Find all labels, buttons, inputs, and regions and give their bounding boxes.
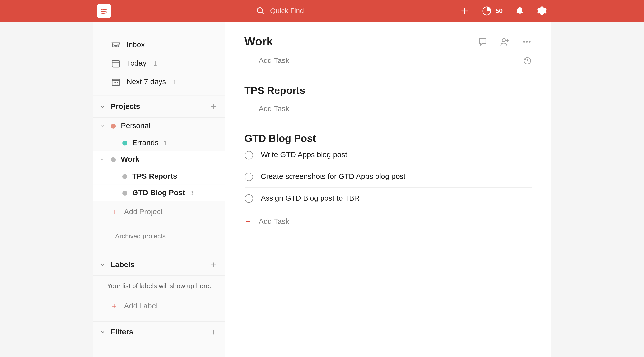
section-title: GTD Blog Post	[244, 133, 532, 145]
plus-icon: +	[111, 302, 118, 311]
project-count: 3	[190, 190, 194, 196]
search[interactable]: Quick Find	[256, 7, 304, 15]
chevron-down-icon	[99, 262, 111, 268]
add-project-button[interactable]: + Add Project	[93, 201, 225, 222]
task-row[interactable]: Write GTD Apps blog post	[244, 145, 532, 166]
task-row[interactable]: Assign GTD Blog post to TBR	[244, 188, 532, 209]
add-label-button[interactable]: + Add Label	[93, 295, 225, 316]
quick-add-button[interactable]	[460, 6, 470, 16]
project-color-dot	[122, 174, 127, 179]
sidebar-project-tps[interactable]: TPS Reports	[93, 168, 225, 185]
sidebar-inbox[interactable]: Inbox	[93, 36, 225, 54]
project-name: Personal	[121, 122, 150, 130]
notifications-button[interactable]	[515, 6, 524, 16]
sidebar-project-errands[interactable]: Errands 1	[93, 134, 225, 151]
add-task-row[interactable]: + Add Task	[244, 217, 532, 226]
chevron-down-icon	[99, 124, 106, 129]
sidebar-today[interactable]: 19 Today 1	[93, 54, 225, 73]
sidebar-today-count: 1	[154, 60, 157, 67]
chevron-down-icon	[99, 104, 111, 110]
section-title: TPS Reports	[244, 85, 532, 96]
karma-score: 50	[496, 7, 503, 14]
task-checkbox[interactable]	[244, 151, 253, 159]
task-checkbox[interactable]	[244, 194, 253, 203]
svg-point-0	[257, 8, 262, 13]
plus-icon: +	[111, 207, 118, 216]
comments-button[interactable]	[478, 37, 488, 46]
sidebar-labels-header[interactable]: Labels	[93, 254, 225, 276]
project-name: TPS Reports	[132, 172, 177, 181]
sidebar-projects-header[interactable]: Projects	[93, 96, 225, 118]
project-color-dot	[111, 157, 116, 162]
inbox-icon	[111, 40, 120, 50]
bell-icon	[515, 6, 524, 16]
project-color-dot	[122, 191, 127, 196]
add-filter-icon[interactable]	[210, 329, 217, 336]
activity-button[interactable]	[523, 56, 532, 65]
app-logo[interactable]	[97, 4, 111, 18]
sidebar-inbox-label: Inbox	[126, 41, 145, 49]
chevron-down-icon	[99, 329, 111, 335]
task-title: Write GTD Apps blog post	[261, 151, 347, 160]
svg-point-26	[526, 41, 528, 43]
plus-icon: +	[244, 217, 252, 226]
main-content: Work + Add Task TPS Reports + Add Task G…	[225, 22, 551, 357]
svg-point-15	[117, 84, 118, 84]
sidebar-filters-header[interactable]: Filters	[93, 321, 225, 343]
project-name: Errands	[132, 138, 158, 147]
project-header: Work	[244, 35, 532, 48]
add-task-label: Add Task	[258, 104, 289, 113]
archived-projects-link[interactable]: Archived projects	[93, 222, 225, 249]
sidebar-project-personal[interactable]: Personal	[93, 118, 225, 134]
add-task-row[interactable]: + Add Task	[244, 104, 532, 113]
sidebar-project-gtd[interactable]: GTD Blog Post 3	[93, 185, 225, 202]
svg-point-11	[115, 82, 116, 83]
task-row[interactable]: Create screenshots for GTD Apps blog pos…	[244, 166, 532, 188]
calendar-week-icon	[111, 77, 120, 87]
sidebar-next7-count: 1	[173, 79, 176, 85]
svg-point-14	[115, 84, 116, 84]
karma-indicator[interactable]: 50	[482, 6, 502, 16]
plus-icon	[460, 6, 470, 16]
calendar-today-icon: 19	[111, 59, 120, 68]
svg-point-10	[114, 82, 114, 83]
share-button[interactable]	[500, 37, 510, 46]
task-checkbox[interactable]	[244, 173, 253, 181]
svg-line-1	[262, 12, 263, 14]
add-task-label: Add Task	[258, 217, 289, 226]
sidebar-labels-label: Labels	[111, 260, 210, 269]
chevron-down-icon	[99, 157, 106, 162]
gear-icon	[537, 6, 547, 16]
project-color-dot	[122, 140, 127, 145]
add-project-label: Add Project	[124, 207, 162, 216]
sidebar-next7-label: Next 7 days	[126, 78, 166, 87]
add-task-row[interactable]: + Add Task	[244, 56, 532, 65]
sidebar: Inbox 19 Today 1 Next 7 days 1 Projects …	[93, 22, 225, 357]
settings-button[interactable]	[537, 6, 547, 16]
plus-icon: +	[244, 104, 252, 113]
project-header-actions	[478, 37, 532, 46]
plus-icon: +	[244, 56, 252, 65]
project-count: 1	[164, 139, 167, 146]
project-color-dot	[111, 124, 116, 128]
sidebar-projects-label: Projects	[111, 102, 210, 111]
karma-icon	[482, 6, 492, 16]
sidebar-next7[interactable]: Next 7 days 1	[93, 73, 225, 91]
svg-text:19: 19	[114, 63, 117, 67]
labels-empty-text: Your list of labels will show up here.	[93, 276, 225, 295]
add-label-icon[interactable]	[210, 261, 217, 268]
more-button[interactable]	[522, 37, 532, 46]
add-project-icon[interactable]	[210, 103, 217, 110]
svg-point-22	[502, 39, 505, 42]
app-shell: Inbox 19 Today 1 Next 7 days 1 Projects …	[93, 22, 551, 357]
todoist-logo-icon	[100, 7, 108, 15]
add-label-label: Add Label	[124, 302, 158, 311]
search-icon	[256, 7, 265, 15]
svg-point-27	[528, 41, 530, 43]
comment-icon	[478, 37, 488, 46]
topbar-right: 50	[460, 0, 547, 22]
task-title: Assign GTD Blog post to TBR	[261, 194, 360, 203]
topbar: Quick Find 50	[0, 0, 644, 22]
sidebar-project-work[interactable]: Work	[93, 151, 225, 168]
person-add-icon	[500, 37, 510, 46]
